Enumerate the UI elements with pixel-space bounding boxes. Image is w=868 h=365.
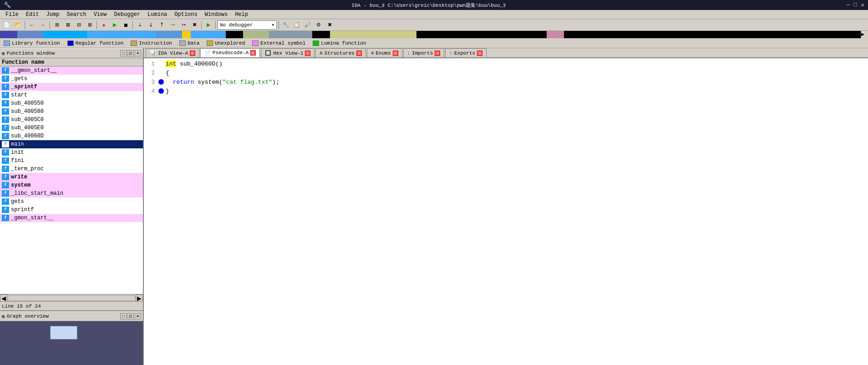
btn15[interactable]: ✖ bbox=[189, 20, 199, 30]
tab-hex-view-close[interactable]: ✕ bbox=[305, 51, 310, 56]
graph-overview-controls: □ ⊡ ✕ bbox=[120, 313, 141, 319]
func-row[interactable]: f start bbox=[0, 91, 143, 99]
graph-float[interactable]: ⊡ bbox=[127, 313, 134, 319]
menu-lumina[interactable]: Lumina bbox=[144, 10, 171, 19]
open-button[interactable]: 📂 bbox=[13, 20, 23, 30]
func-row[interactable]: f __gmon_start__ bbox=[0, 66, 143, 75]
legend-lumina-label: Lumina function bbox=[321, 41, 366, 46]
menu-file[interactable]: File bbox=[2, 10, 22, 19]
func-row[interactable]: f sub_400580 bbox=[0, 107, 143, 116]
legend-unexplored-color bbox=[207, 41, 213, 46]
btn12[interactable]: ⤒ bbox=[157, 20, 167, 30]
btn10[interactable]: ⇣ bbox=[135, 20, 145, 30]
func-name: sub_4005E0 bbox=[11, 125, 44, 131]
menu-edit[interactable]: Edit bbox=[22, 10, 43, 19]
code-content: return system("cat flag.txt"); bbox=[166, 79, 279, 86]
menu-view[interactable]: View bbox=[90, 10, 111, 19]
btn9[interactable]: ⏹ bbox=[121, 20, 131, 30]
back-button[interactable]: ← bbox=[27, 20, 37, 30]
tab-enums[interactable]: ≡ Enums ✕ bbox=[367, 48, 402, 57]
minimize-button[interactable]: — bbox=[847, 1, 850, 9]
run-btn[interactable]: ▶ bbox=[203, 20, 213, 30]
func-row[interactable]: f sub_400550 bbox=[0, 99, 143, 107]
func-row[interactable]: f _term_proc bbox=[0, 165, 143, 173]
func-row-main[interactable]: f main bbox=[0, 140, 143, 148]
tab-ida-view-icon: 📊 bbox=[150, 50, 156, 56]
functions-window-close[interactable]: ✕ bbox=[135, 50, 141, 56]
btn18[interactable]: 🔎 bbox=[303, 20, 313, 30]
func-row[interactable]: f sub_4005C0 bbox=[0, 116, 143, 124]
title-bar: 🔧 IDA - buu_3 C:\Users\greic\Desktop\pwn… bbox=[0, 0, 868, 10]
func-name: sub_400550 bbox=[11, 100, 44, 106]
btn5[interactable]: ⊟ bbox=[74, 20, 84, 30]
func-row[interactable]: f _gmon_start__ bbox=[0, 214, 143, 222]
func-row[interactable]: f _gets bbox=[0, 75, 143, 83]
func-row[interactable]: f _libc_start_main bbox=[0, 189, 143, 198]
btn8[interactable]: ▶ bbox=[110, 20, 120, 30]
graph-close[interactable]: ✕ bbox=[135, 313, 141, 319]
functions-h-scroll[interactable]: ◀ ▶ bbox=[0, 294, 143, 301]
tab-exports[interactable]: ↑ Exports ✕ bbox=[445, 48, 487, 57]
functions-window-title: Functions window bbox=[7, 51, 55, 56]
legend-external-label: External symbol bbox=[260, 41, 305, 46]
menu-windows[interactable]: Windows bbox=[201, 10, 231, 19]
maximize-button[interactable]: □ bbox=[853, 1, 857, 9]
btn14[interactable]: ⤐ bbox=[178, 20, 188, 30]
code-content: int sub_40060D() bbox=[166, 61, 223, 67]
func-icon: f bbox=[2, 198, 9, 205]
debugger-selector[interactable]: No debugger ▾ bbox=[218, 20, 277, 30]
functions-window-float[interactable]: ⊡ bbox=[127, 50, 134, 56]
func-row[interactable]: f system bbox=[0, 181, 143, 189]
func-icon: f bbox=[2, 207, 9, 213]
tab-hex-view[interactable]: 🔲 Hex View-1 ✕ bbox=[261, 48, 315, 57]
tab-hex-view-icon: 🔲 bbox=[265, 50, 271, 56]
forward-button[interactable]: → bbox=[38, 20, 48, 30]
tab-imports-close[interactable]: ✕ bbox=[435, 51, 440, 56]
h-scroll-left[interactable]: ◀ bbox=[0, 294, 7, 302]
h-scroll-track[interactable] bbox=[8, 295, 135, 301]
toolbar-sep-2 bbox=[50, 21, 50, 29]
func-name: _sprintf bbox=[11, 84, 37, 90]
close-button[interactable]: ✕ bbox=[861, 1, 864, 9]
h-scroll-right[interactable]: ▶ bbox=[136, 294, 143, 302]
tab-structures-label: Structures bbox=[325, 51, 355, 56]
graph-restore[interactable]: □ bbox=[120, 313, 127, 319]
btn4[interactable]: ⊠ bbox=[63, 20, 73, 30]
tab-imports[interactable]: ↓ Imports ✕ bbox=[403, 48, 445, 57]
tab-enums-close[interactable]: ✕ bbox=[393, 51, 398, 56]
func-row[interactable]: f init bbox=[0, 148, 143, 157]
menu-options[interactable]: Options bbox=[171, 10, 201, 19]
tab-structures[interactable]: A Structures ✕ bbox=[315, 48, 366, 57]
btn7[interactable]: ● bbox=[99, 20, 109, 30]
btn13[interactable]: ⤑ bbox=[168, 20, 178, 30]
pseudocode-area[interactable]: 1 int sub_40060D() 2 { 3 return system("… bbox=[144, 58, 868, 365]
functions-list[interactable]: f __gmon_start__ f _gets f _sprintf f st… bbox=[0, 66, 143, 294]
func-row[interactable]: f write bbox=[0, 173, 143, 181]
menu-search[interactable]: Search bbox=[63, 10, 90, 19]
menu-help[interactable]: Help bbox=[231, 10, 252, 19]
btn17[interactable]: 📋 bbox=[292, 20, 302, 30]
btn11[interactable]: ⤓ bbox=[146, 20, 156, 30]
func-row[interactable]: f fini bbox=[0, 157, 143, 165]
func-row[interactable]: f gets bbox=[0, 198, 143, 206]
btn19[interactable]: ⚙ bbox=[314, 20, 324, 30]
new-button[interactable]: 📄 bbox=[2, 20, 12, 30]
tab-ida-view[interactable]: 📊 IDA View-A ✕ bbox=[146, 48, 199, 57]
btn6[interactable]: ⊞ bbox=[85, 20, 95, 30]
nav-seg-scroll[interactable]: ▶ bbox=[861, 31, 868, 38]
func-row[interactable]: f sub_40060D bbox=[0, 132, 143, 140]
btn20[interactable]: ✖ bbox=[325, 20, 335, 30]
tab-structures-close[interactable]: ✕ bbox=[356, 51, 362, 56]
menu-jump[interactable]: Jump bbox=[43, 10, 63, 19]
tab-pseudocode[interactable]: 📄 Pseudocode-A ✕ bbox=[200, 48, 260, 57]
btn3[interactable]: ⊞ bbox=[52, 20, 62, 30]
func-row[interactable]: f _sprintf bbox=[0, 83, 143, 91]
func-row[interactable]: f sub_4005E0 bbox=[0, 124, 143, 132]
func-row[interactable]: f sprintf bbox=[0, 206, 143, 214]
menu-debugger[interactable]: Debugger bbox=[110, 10, 144, 19]
tab-ida-view-close[interactable]: ✕ bbox=[190, 51, 195, 56]
btn16[interactable]: 🔧 bbox=[281, 20, 291, 30]
tab-pseudocode-close[interactable]: ✕ bbox=[250, 50, 256, 56]
functions-window-restore[interactable]: □ bbox=[120, 50, 127, 56]
tab-exports-close[interactable]: ✕ bbox=[477, 51, 482, 56]
